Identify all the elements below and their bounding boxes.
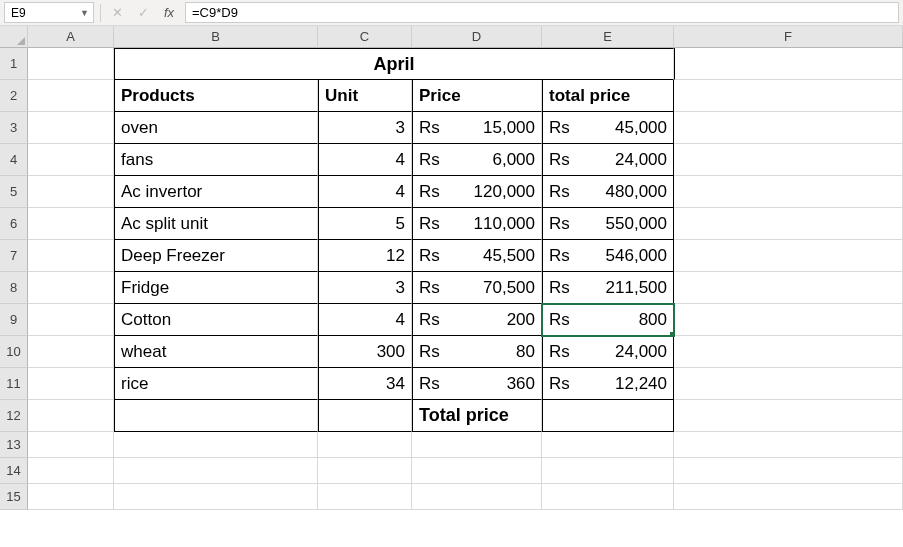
cell[interactable] [318,400,412,432]
cell[interactable] [674,144,903,176]
footer-label[interactable]: Total price [412,400,542,432]
product-price[interactable]: Rs80 [412,336,542,368]
product-price[interactable]: Rs360 [412,368,542,400]
product-price[interactable]: Rs110,000 [412,208,542,240]
product-total[interactable]: Rs24,000 [542,144,674,176]
cell[interactable] [28,208,114,240]
cell[interactable] [674,368,903,400]
product-name[interactable]: oven [114,112,318,144]
row-header[interactable]: 2 [0,80,28,112]
cell[interactable] [674,304,903,336]
cell[interactable] [318,484,412,510]
cell[interactable] [674,484,903,510]
chevron-down-icon[interactable]: ▼ [80,8,89,18]
row-header[interactable]: 4 [0,144,28,176]
footer-total[interactable] [542,400,674,432]
product-price[interactable]: Rs200 [412,304,542,336]
row-header[interactable]: 8 [0,272,28,304]
row-header[interactable]: 6 [0,208,28,240]
row-header[interactable]: 15 [0,484,28,510]
cell[interactable] [28,240,114,272]
cell[interactable] [28,176,114,208]
cell[interactable] [28,458,114,484]
row-header[interactable]: 1 [0,48,28,80]
product-name[interactable]: fans [114,144,318,176]
row-header[interactable]: 12 [0,400,28,432]
cell[interactable] [674,432,903,458]
row-header[interactable]: 11 [0,368,28,400]
cell[interactable] [114,400,318,432]
cell[interactable] [28,432,114,458]
selected-cell-e9[interactable]: Rs800 [542,304,674,336]
cell[interactable] [412,432,542,458]
cell[interactable] [28,484,114,510]
product-unit[interactable]: 12 [318,240,412,272]
cell[interactable] [674,208,903,240]
product-name[interactable]: Fridge [114,272,318,304]
product-total[interactable]: Rs45,000 [542,112,674,144]
product-unit[interactable]: 3 [318,272,412,304]
cell-a1[interactable] [28,48,114,80]
col-header-c[interactable]: C [318,26,412,48]
header-price[interactable]: Price [412,80,542,112]
header-total[interactable]: total price [542,80,674,112]
product-name[interactable]: Ac split unit [114,208,318,240]
product-unit[interactable]: 34 [318,368,412,400]
product-name[interactable]: Ac invertor [114,176,318,208]
cell[interactable] [28,304,114,336]
product-total[interactable]: Rs480,000 [542,176,674,208]
product-total[interactable]: Rs550,000 [542,208,674,240]
product-unit[interactable]: 4 [318,144,412,176]
cell[interactable] [674,458,903,484]
product-price[interactable]: Rs15,000 [412,112,542,144]
cell[interactable] [28,336,114,368]
cell[interactable] [318,432,412,458]
cell[interactable] [28,112,114,144]
product-price[interactable]: Rs120,000 [412,176,542,208]
cell[interactable] [114,432,318,458]
cell[interactable] [674,336,903,368]
product-unit[interactable]: 3 [318,112,412,144]
cell[interactable] [674,272,903,304]
name-box[interactable]: E9 ▼ [4,2,94,23]
row-header[interactable]: 3 [0,112,28,144]
product-unit[interactable]: 4 [318,304,412,336]
product-price[interactable]: Rs6,000 [412,144,542,176]
title-cell[interactable]: April [114,48,674,80]
cell[interactable] [114,484,318,510]
row-header[interactable]: 5 [0,176,28,208]
cell[interactable] [412,484,542,510]
col-header-f[interactable]: F [674,26,903,48]
cell[interactable] [28,368,114,400]
cell-f1[interactable] [674,48,903,80]
cell[interactable] [28,400,114,432]
row-header[interactable]: 10 [0,336,28,368]
cell[interactable] [674,400,903,432]
row-header[interactable]: 14 [0,458,28,484]
product-total[interactable]: Rs546,000 [542,240,674,272]
header-products[interactable]: Products [114,80,318,112]
cell[interactable] [318,458,412,484]
product-price[interactable]: Rs70,500 [412,272,542,304]
product-name[interactable]: rice [114,368,318,400]
cell[interactable] [412,458,542,484]
cell-a2[interactable] [28,80,114,112]
product-price[interactable]: Rs45,500 [412,240,542,272]
product-total[interactable]: Rs211,500 [542,272,674,304]
cell[interactable] [28,144,114,176]
cell[interactable] [114,458,318,484]
row-header[interactable]: 9 [0,304,28,336]
cell-f2[interactable] [674,80,903,112]
col-header-a[interactable]: A [28,26,114,48]
product-unit[interactable]: 300 [318,336,412,368]
product-unit[interactable]: 4 [318,176,412,208]
product-total[interactable]: Rs12,240 [542,368,674,400]
product-unit[interactable]: 5 [318,208,412,240]
cell[interactable] [542,484,674,510]
fx-icon[interactable]: fx [159,5,179,20]
header-unit[interactable]: Unit [318,80,412,112]
col-header-e[interactable]: E [542,26,674,48]
cell[interactable] [674,112,903,144]
product-name[interactable]: Deep Freezer [114,240,318,272]
cell[interactable] [674,176,903,208]
